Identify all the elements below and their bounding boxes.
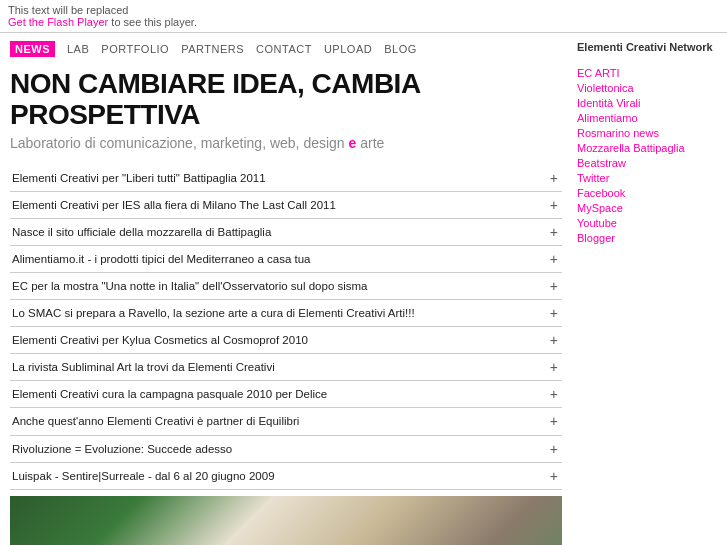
sidebar-title: Elementi Creativi Network xyxy=(577,41,717,53)
sidebar-link[interactable]: EC ARTI xyxy=(577,67,717,79)
flash-player-link[interactable]: Get the Flash Player xyxy=(8,16,108,28)
news-row[interactable]: Luispak - Sentire|Surreale - dal 6 al 20… xyxy=(10,462,562,489)
sidebar-link[interactable]: Identità Virali xyxy=(577,97,717,109)
news-row[interactable]: EC per la mostra "Una notte in Italia" d… xyxy=(10,272,562,299)
news-item-text: EC per la mostra "Una notte in Italia" d… xyxy=(10,272,544,299)
subtitle-prefix: Laboratorio di comunicazione, marketing,… xyxy=(10,135,349,151)
nav-item-lab[interactable]: LAB xyxy=(67,43,89,55)
sidebar-links: EC ARTIViolettonicaIdentità ViraliAlimen… xyxy=(577,67,717,244)
news-row[interactable]: Elementi Creativi per "Liberi tutti" Bat… xyxy=(10,165,562,192)
news-item-text: Nasce il sito ufficiale della mozzarella… xyxy=(10,218,544,245)
nav-item-contact[interactable]: CONTACT xyxy=(256,43,312,55)
sidebar-link[interactable]: Youtube xyxy=(577,217,717,229)
news-item-text: Elementi Creativi per Kylua Cosmetics al… xyxy=(10,327,544,354)
news-plus-icon[interactable]: + xyxy=(544,462,562,489)
news-row[interactable]: Lo SMAC si prepara a Ravello, la sezione… xyxy=(10,300,562,327)
sidebar-link[interactable]: Blogger xyxy=(577,232,717,244)
news-plus-icon[interactable]: + xyxy=(544,300,562,327)
navbar: NEWS LAB PORTFOLIO PARTNERS CONTACT UPLO… xyxy=(10,41,562,57)
sidebar-link[interactable]: Violettonica xyxy=(577,82,717,94)
content-column: NEWS LAB PORTFOLIO PARTNERS CONTACT UPLO… xyxy=(0,33,572,545)
nav-item-upload[interactable]: UPLOAD xyxy=(324,43,372,55)
page-subtitle: Laboratorio di comunicazione, marketing,… xyxy=(10,135,562,151)
nav-item-partners[interactable]: PARTNERS xyxy=(181,43,244,55)
news-row[interactable]: Elementi Creativi per IES alla fiera di … xyxy=(10,191,562,218)
news-item-text: Anche quest'anno Elementi Creativi è par… xyxy=(10,408,544,435)
page-title: NON CAMBIARE IDEA, CAMBIA PROSPETTIVA xyxy=(10,69,562,131)
main-layout: NEWS LAB PORTFOLIO PARTNERS CONTACT UPLO… xyxy=(0,33,727,545)
news-plus-icon[interactable]: + xyxy=(544,165,562,192)
news-item-text: Luispak - Sentire|Surreale - dal 6 al 20… xyxy=(10,462,544,489)
sidebar-link[interactable]: Facebook xyxy=(577,187,717,199)
page-wrapper: This text will be replaced Get the Flash… xyxy=(0,0,727,545)
news-plus-icon[interactable]: + xyxy=(544,381,562,408)
news-item-text: Alimentiamo.it - i prodotti tipici del M… xyxy=(10,245,544,272)
news-item-text: Lo SMAC si prepara a Ravello, la sezione… xyxy=(10,300,544,327)
image-overlay: e xyxy=(10,496,562,545)
news-plus-icon[interactable]: + xyxy=(544,408,562,435)
news-table-body: Elementi Creativi per "Liberi tutti" Bat… xyxy=(10,165,562,490)
sidebar-link[interactable]: Twitter xyxy=(577,172,717,184)
sidebar-link[interactable]: Alimentiamo xyxy=(577,112,717,124)
flash-replace-text: This text will be replaced xyxy=(8,4,128,16)
news-plus-icon[interactable]: + xyxy=(544,218,562,245)
sidebar: Elementi Creativi Network EC ARTIViolett… xyxy=(572,33,727,545)
news-row[interactable]: Alimentiamo.it - i prodotti tipici del M… xyxy=(10,245,562,272)
news-row[interactable]: Elementi Creativi per Kylua Cosmetics al… xyxy=(10,327,562,354)
news-plus-icon[interactable]: + xyxy=(544,245,562,272)
news-plus-icon[interactable]: + xyxy=(544,191,562,218)
news-row[interactable]: Rivoluzione = Evoluzione: Succede adesso… xyxy=(10,435,562,462)
news-plus-icon[interactable]: + xyxy=(544,272,562,299)
sidebar-link[interactable]: Beatstraw xyxy=(577,157,717,169)
news-item-text: La rivista Subliminal Art la trovi da El… xyxy=(10,354,544,381)
news-item-text: Elementi Creativi per "Liberi tutti" Bat… xyxy=(10,165,544,192)
news-row[interactable]: Nasce il sito ufficiale della mozzarella… xyxy=(10,218,562,245)
nav-badge-news: NEWS xyxy=(10,41,55,57)
news-row[interactable]: La rivista Subliminal Art la trovi da El… xyxy=(10,354,562,381)
flash-bar: This text will be replaced Get the Flash… xyxy=(0,0,727,33)
bottom-image-area: e xyxy=(10,496,562,545)
sidebar-link[interactable]: MySpace xyxy=(577,202,717,214)
news-row[interactable]: Elementi Creativi cura la campagna pasqu… xyxy=(10,381,562,408)
subtitle-suffix: arte xyxy=(356,135,384,151)
image-letter-e: e xyxy=(20,526,59,545)
news-item-text: Elementi Creativi per IES alla fiera di … xyxy=(10,191,544,218)
nav-item-blog[interactable]: BLOG xyxy=(384,43,417,55)
flash-suffix: to see this player. xyxy=(108,16,197,28)
news-plus-icon[interactable]: + xyxy=(544,327,562,354)
nav-item-portfolio[interactable]: PORTFOLIO xyxy=(101,43,169,55)
news-item-text: Rivoluzione = Evoluzione: Succede adesso xyxy=(10,435,544,462)
news-plus-icon[interactable]: + xyxy=(544,354,562,381)
news-plus-icon[interactable]: + xyxy=(544,435,562,462)
sidebar-link[interactable]: Mozzarella Battipaglia xyxy=(577,142,717,154)
news-item-text: Elementi Creativi cura la campagna pasqu… xyxy=(10,381,544,408)
sidebar-link[interactable]: Rosmarino news xyxy=(577,127,717,139)
news-list: Elementi Creativi per "Liberi tutti" Bat… xyxy=(10,165,562,490)
news-row[interactable]: Anche quest'anno Elementi Creativi è par… xyxy=(10,408,562,435)
